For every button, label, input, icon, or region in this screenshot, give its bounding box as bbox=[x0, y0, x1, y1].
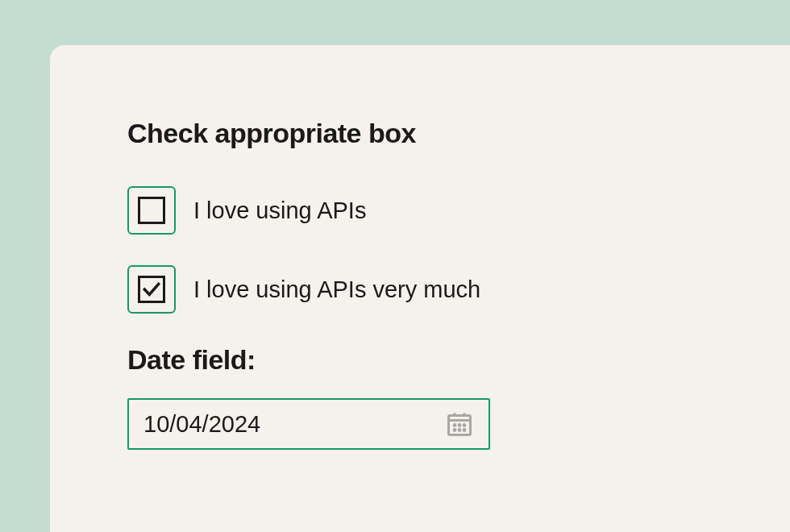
date-value: 10/04/2024 bbox=[143, 411, 260, 438]
checkbox-label-2: I love using APIs very much bbox=[193, 276, 480, 303]
checkbox-option-2: I love using APIs very much bbox=[127, 265, 713, 314]
svg-point-7 bbox=[454, 430, 455, 431]
svg-point-5 bbox=[459, 425, 460, 426]
svg-point-6 bbox=[464, 425, 465, 426]
svg-point-8 bbox=[459, 430, 460, 431]
form-panel: Check appropriate box I love using APIs … bbox=[50, 45, 790, 532]
checkbox-box-icon bbox=[138, 197, 165, 224]
checkbox-section-title: Check appropriate box bbox=[127, 118, 713, 149]
date-field-title: Date field: bbox=[127, 344, 713, 376]
checkbox-label-1: I love using APIs bbox=[193, 197, 366, 224]
checkbox-2[interactable] bbox=[127, 265, 176, 314]
svg-point-4 bbox=[454, 425, 455, 426]
calendar-icon bbox=[445, 409, 474, 438]
checkbox-option-1: I love using APIs bbox=[127, 186, 713, 235]
checkbox-1[interactable] bbox=[127, 186, 176, 235]
date-input[interactable]: 10/04/2024 bbox=[127, 398, 490, 450]
checkbox-box-icon bbox=[138, 276, 165, 303]
svg-point-9 bbox=[464, 430, 465, 431]
checkmark-icon bbox=[141, 279, 162, 300]
